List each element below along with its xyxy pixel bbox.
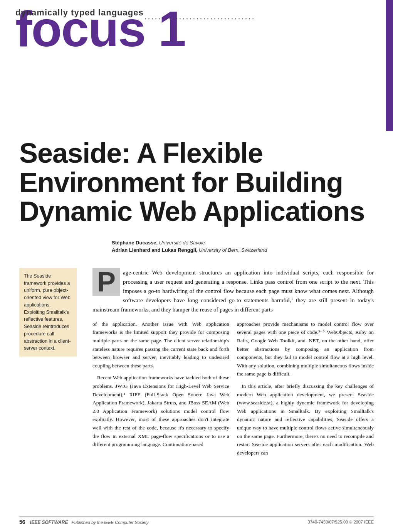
page-number: 56 [19, 519, 25, 525]
author-2-name: Adrian Lienhard and Lukas Renggli, [112, 247, 197, 253]
focus-dots: ................................ [144, 12, 255, 21]
published-by: Published by the IEEE Computer Society [72, 520, 149, 525]
col1-para-1: of the application. Another issue with W… [92, 320, 229, 370]
author-1-name: Stéphane Ducasse, [112, 240, 158, 246]
footer-right: 0740-7459/07/$25.00 © 2007 IEEE [308, 520, 374, 524]
header-area: focus 1 dynamically typed languages ....… [0, 0, 393, 77]
intro-paragraph: P age-centric Web development structures… [92, 268, 374, 314]
content-area: The Seaside framework provides a uniform… [0, 262, 393, 461]
left-sidebar: The Seaside framework provides a uniform… [19, 268, 85, 461]
col1-para-2: Recent Web application frameworks have t… [92, 374, 229, 448]
article-title-block: Seaside: A Flexible Environment for Buil… [0, 123, 393, 230]
col2-para-2: In this article, after briefly discussin… [237, 382, 374, 457]
author-2-affil: University of Bern, Switzerland [199, 247, 267, 253]
publication-name: IEEE SOFTWARE [30, 520, 68, 525]
footer-left: 56 IEEE SOFTWARE Published by the IEEE C… [19, 519, 149, 525]
intro-text-content: age-centric Web development structures a… [92, 269, 374, 313]
footer: 56 IEEE SOFTWARE Published by the IEEE C… [19, 516, 374, 525]
author-1-affil: Université de Savoie [159, 240, 205, 246]
page: focus 1 dynamically typed languages ....… [0, 0, 393, 532]
main-content: P age-centric Web development structures… [85, 268, 374, 461]
author-1: Stéphane Ducasse, Université de Savoie [112, 240, 374, 246]
sidebar-summary-box: The Seaside framework provides a uniform… [19, 268, 77, 357]
two-column-section: of the application. Another issue with W… [92, 320, 374, 461]
column-1: of the application. Another issue with W… [92, 320, 229, 461]
dropcap-p: P [92, 268, 120, 296]
issn-text: 0740-7459/07/$25.00 © 2007 IEEE [308, 520, 374, 524]
col2-para-1: approaches provide mechanisms to model c… [237, 320, 374, 378]
authors-section: Stéphane Ducasse, Université de Savoie A… [0, 230, 393, 262]
sidebar-summary-text: The Seaside framework provides a uniform… [24, 273, 71, 351]
author-2: Adrian Lienhard and Lukas Renggli, Unive… [112, 247, 374, 253]
article-title: Seaside: A Flexible Environment for Buil… [19, 139, 374, 226]
column-2: approaches provide mechanisms to model c… [237, 320, 374, 461]
focus-subtitle: dynamically typed languages [15, 8, 144, 18]
